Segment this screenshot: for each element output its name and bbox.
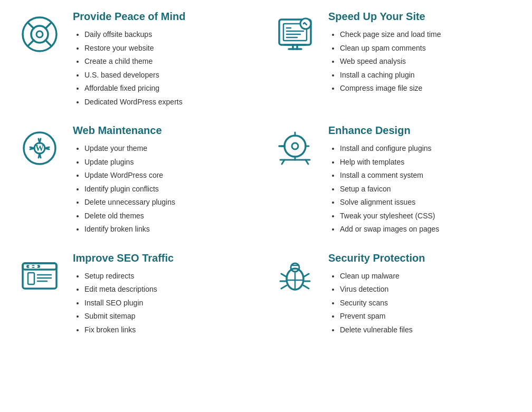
- list-item: Setup a favicon: [340, 183, 516, 196]
- list-item: Update your theme: [84, 142, 261, 155]
- card-security-title: Security Protection: [328, 252, 516, 264]
- list-item: U.S. based developers: [84, 69, 261, 82]
- svg-text:W: W: [35, 143, 44, 152]
- enhance-design-icon: [271, 124, 319, 172]
- svg-point-22: [292, 143, 298, 149]
- list-item: Install a caching plugin: [340, 69, 516, 82]
- card-peace-of-mind-list: Daily offsite backupsRestore your websit…: [73, 28, 261, 108]
- card-speed-up: Speed Up Your SiteCheck page size and lo…: [271, 11, 516, 109]
- list-item: Affordable fixed pricing: [84, 82, 261, 95]
- security-icon: [271, 252, 319, 300]
- list-item: Delete vulnerable files: [340, 323, 516, 337]
- card-seo-traffic-list: Setup redirectsEdit meta descriptionsIns…: [73, 270, 261, 337]
- svg-line-3: [45, 23, 51, 28]
- list-item: Edit meta descriptions: [84, 283, 261, 296]
- card-enhance-design-title: Enhance Design: [328, 124, 516, 137]
- list-item: Update WordPress core: [84, 169, 261, 182]
- svg-point-6: [36, 31, 43, 37]
- card-enhance-design-list: Install and configure pluginsHelp with t…: [328, 142, 516, 236]
- card-seo-traffic: Improve SEO TrafficSetup redirectsEdit m…: [16, 252, 261, 337]
- card-security-content: Security ProtectionClean up malwareVirus…: [328, 252, 516, 337]
- list-item: Install SEO plugin: [84, 296, 261, 310]
- list-item: Delete unnecessary plugins: [84, 196, 261, 209]
- list-item: Add or swap images on pages: [340, 223, 516, 236]
- card-peace-of-mind-content: Provide Peace of MindDaily offsite backu…: [73, 11, 261, 109]
- card-speed-up-title: Speed Up Your Site: [328, 11, 516, 23]
- list-item: Compress image file size: [340, 82, 516, 95]
- list-item: Web speed analysis: [340, 55, 516, 68]
- card-web-maintenance-list: Update your themeUpdate pluginsUpdate Wo…: [73, 142, 261, 236]
- svg-rect-36: [28, 273, 34, 284]
- list-item: Clean up spam comments: [340, 42, 516, 55]
- svg-line-45: [303, 274, 309, 277]
- svg-point-21: [284, 136, 306, 157]
- card-seo-traffic-content: Improve SEO TrafficSetup redirectsEdit m…: [73, 252, 261, 337]
- card-speed-up-list: Check page size and load timeClean up sp…: [328, 28, 516, 95]
- card-security-list: Clean up malwareVirus detectionSecurity …: [328, 270, 516, 337]
- svg-line-47: [303, 285, 309, 289]
- card-peace-of-mind-title: Provide Peace of Mind: [73, 11, 261, 23]
- card-peace-of-mind: Provide Peace of MindDaily offsite backu…: [16, 11, 261, 109]
- list-item: Create a child theme: [84, 55, 261, 68]
- svg-line-42: [281, 274, 287, 277]
- list-item: Setup redirects: [84, 270, 261, 283]
- svg-line-4: [28, 40, 34, 46]
- svg-point-41: [291, 263, 299, 272]
- list-item: Check page size and load time: [340, 28, 516, 41]
- list-item: Update plugins: [84, 156, 261, 169]
- features-grid: Provide Peace of MindDaily offsite backu…: [16, 11, 516, 337]
- card-web-maintenance-content: Web MaintenanceUpdate your themeUpdate p…: [73, 124, 261, 236]
- list-item: Clean up malware: [340, 270, 516, 283]
- list-item: Delete old themes: [84, 209, 261, 223]
- list-item: Dedicated WordPress experts: [84, 95, 261, 109]
- card-enhance-design: Enhance DesignInstall and configure plug…: [271, 124, 516, 236]
- list-item: Solve alignment issues: [340, 196, 516, 209]
- list-item: Virus detection: [340, 283, 516, 296]
- card-enhance-design-content: Enhance DesignInstall and configure plug…: [328, 124, 516, 236]
- list-item: Help with templates: [340, 156, 516, 169]
- svg-line-44: [281, 285, 287, 289]
- list-item: Restore your website: [84, 42, 261, 55]
- card-web-maintenance-title: Web Maintenance: [73, 124, 261, 137]
- list-item: Identify broken links: [84, 223, 261, 236]
- seo-traffic-icon: [16, 252, 63, 300]
- list-item: Install a comment system: [340, 169, 516, 182]
- list-item: Tweak your stylesheet (CSS): [340, 209, 516, 223]
- peace-of-mind-icon: [16, 11, 63, 58]
- svg-line-5: [45, 40, 51, 46]
- svg-line-2: [28, 23, 34, 28]
- list-item: Security scans: [340, 296, 516, 310]
- list-item: Prevent spam: [340, 310, 516, 323]
- list-item: Daily offsite backups: [84, 28, 261, 41]
- web-maintenance-icon: W: [16, 124, 63, 172]
- card-speed-up-content: Speed Up Your SiteCheck page size and lo…: [328, 11, 516, 95]
- card-security: Security ProtectionClean up malwareVirus…: [271, 252, 516, 337]
- list-item: Fix broken links: [84, 323, 261, 337]
- list-item: Submit sitemap: [84, 310, 261, 323]
- card-web-maintenance: W Web MaintenanceUpdate your themeUpdate…: [16, 124, 261, 236]
- speed-up-icon: [271, 11, 319, 58]
- list-item: Install and configure plugins: [340, 142, 516, 155]
- list-item: Identify plugin conflicts: [84, 183, 261, 196]
- card-seo-traffic-title: Improve SEO Traffic: [73, 252, 261, 264]
